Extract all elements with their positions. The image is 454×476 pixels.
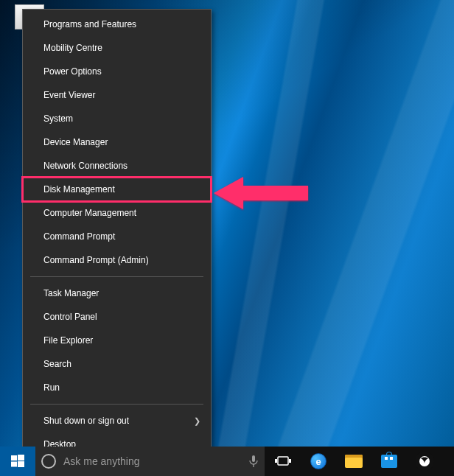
menu-item-command-prompt[interactable]: Command Prompt [23,225,211,248]
menu-item-control-panel[interactable]: Control Panel [23,305,211,329]
menu-item-disk-management[interactable]: Disk Management [23,178,211,201]
menu-item-label: Programs and Features [43,19,136,29]
menu-item-computer-management[interactable]: Computer Management [23,201,211,225]
annotation-arrow [214,171,310,215]
svg-rect-6 [278,457,288,465]
menu-item-label: Event Viewer [43,90,95,100]
menu-item-run[interactable]: Run [23,376,211,399]
menu-item-command-prompt-admin[interactable]: Command Prompt (Admin) [23,248,211,272]
winx-context-menu: Programs and FeaturesMobility CentrePowe… [22,9,212,460]
menu-item-power-options[interactable]: Power Options [23,60,211,83]
taskbar-app-file-explorer[interactable] [336,447,371,476]
menu-item-label: Command Prompt (Admin) [43,255,149,265]
menu-item-file-explorer[interactable]: File Explorer [23,329,211,352]
menu-item-label: Task Manager [43,288,99,298]
task-view-button[interactable] [265,447,301,476]
taskbar-app-xbox[interactable] [407,447,442,476]
menu-item-label: Command Prompt [43,231,115,242]
cortana-icon [41,454,56,469]
microphone-icon [248,455,259,468]
svg-rect-2 [11,462,17,467]
taskbar: Ask me anything e [0,447,454,476]
menu-item-system[interactable]: System [23,107,211,130]
taskbar-app-edge[interactable]: e [301,447,336,476]
svg-rect-8 [289,459,291,463]
menu-item-event-viewer[interactable]: Event Viewer [23,83,211,107]
edge-icon: e [310,453,326,469]
menu-item-label: Search [43,359,71,369]
svg-rect-0 [11,455,17,461]
svg-rect-3 [18,461,24,467]
menu-item-label: Shut down or sign out [43,416,129,426]
svg-rect-4 [252,455,255,462]
menu-item-label: Run [43,382,60,393]
menu-separator [30,404,203,405]
chevron-right-icon: ❯ [194,416,200,426]
search-box[interactable]: Ask me anything [35,447,265,476]
menu-item-label: Power Options [43,66,102,77]
task-view-icon [275,455,291,468]
menu-item-device-manager[interactable]: Device Manager [23,130,211,154]
menu-item-label: Mobility Centre [43,43,102,53]
menu-item-label: Control Panel [43,312,97,322]
menu-item-search[interactable]: Search [23,352,211,376]
svg-rect-7 [275,459,277,463]
menu-item-label: Network Connections [43,161,128,171]
start-button[interactable] [0,447,35,476]
search-placeholder: Ask me anything [63,455,242,467]
menu-item-label: Disk Management [43,184,115,195]
xbox-icon [415,452,434,471]
svg-rect-1 [18,455,24,461]
menu-item-label: System [43,113,73,124]
menu-item-label: Computer Management [43,208,136,218]
menu-item-label: Device Manager [43,137,108,147]
folder-icon [345,455,363,468]
store-icon [381,455,397,468]
menu-item-mobility-centre[interactable]: Mobility Centre [23,36,211,60]
taskbar-app-store[interactable] [371,447,407,476]
menu-separator [30,276,203,277]
menu-item-task-manager[interactable]: Task Manager [23,281,211,305]
menu-item-label: File Explorer [43,335,93,346]
menu-item-network-connections[interactable]: Network Connections [23,154,211,178]
windows-logo-icon [11,455,24,468]
menu-item-programs-features[interactable]: Programs and Features [23,13,211,36]
menu-item-shutdown-signout[interactable]: Shut down or sign out❯ [23,409,211,433]
